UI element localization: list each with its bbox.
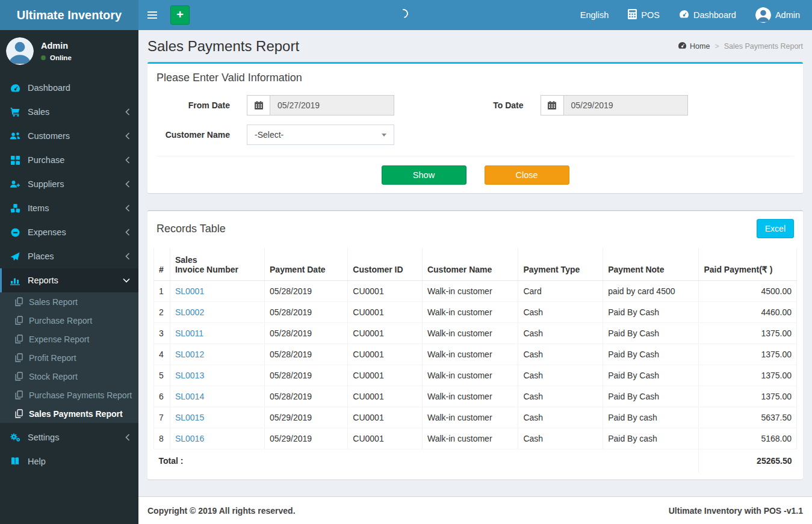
- col-header-customer-id[interactable]: Customer ID: [348, 248, 423, 281]
- sidebar-item-sales[interactable]: Sales: [0, 100, 138, 124]
- from-date-label: From Date: [157, 100, 247, 110]
- to-date-input[interactable]: [563, 95, 688, 116]
- user-status[interactable]: Online: [41, 54, 72, 61]
- calendar-icon[interactable]: [247, 95, 270, 116]
- grid-icon: [9, 156, 21, 165]
- from-date-input[interactable]: [270, 95, 394, 116]
- sidebar-item-purchase[interactable]: Purchase: [0, 148, 138, 172]
- table-cell: Card: [518, 281, 603, 302]
- submenu-item-profit-report[interactable]: Profit Report: [0, 348, 138, 367]
- col-header-payment-note[interactable]: Payment Note: [603, 248, 699, 281]
- col-header-payment-type[interactable]: Payment Type: [518, 248, 603, 281]
- table-cell: CU0001: [348, 323, 423, 344]
- to-date-group: [541, 95, 688, 116]
- sidebar-item-suppliers[interactable]: Suppliers: [0, 172, 138, 196]
- chevron-left-icon: [125, 253, 130, 260]
- col-header-customer-name[interactable]: Customer Name: [422, 248, 518, 281]
- language-menu[interactable]: English: [580, 10, 609, 20]
- sidebar-menu: Dashboard Sales Customers Pur: [0, 76, 138, 292]
- table-cell: Cash: [518, 407, 603, 428]
- table-cell: Cash: [518, 365, 603, 386]
- submenu-item-sales-payments-report[interactable]: Sales Payments Report: [0, 404, 138, 423]
- close-button[interactable]: Close: [485, 165, 569, 185]
- app-logo[interactable]: Ultimate Inventory: [0, 0, 138, 30]
- col-header-index[interactable]: #: [154, 248, 170, 281]
- customer-name-label: Customer Name: [157, 130, 247, 140]
- invoice-link[interactable]: SL0001: [175, 286, 204, 296]
- sidebar-item-reports[interactable]: Reports: [0, 268, 138, 292]
- table-cell: CU0001: [348, 386, 423, 407]
- invoice-link[interactable]: SL0014: [175, 392, 204, 401]
- table-cell: Walk-in customer: [422, 407, 518, 428]
- excel-export-button[interactable]: Excel: [757, 219, 794, 238]
- table-cell: SL0014: [170, 386, 264, 407]
- submenu-item-sales-report[interactable]: Sales Report: [0, 292, 138, 311]
- records-table: # Sales Invoice Number Payment Date Cust…: [153, 248, 797, 472]
- sidebar-item-places[interactable]: Places: [0, 244, 138, 268]
- col-header-paid-payment[interactable]: Paid Payment(₹ ): [699, 248, 797, 281]
- book-icon: [9, 457, 21, 466]
- invoice-link[interactable]: SL0013: [175, 371, 204, 380]
- table-cell: Paid By cash: [603, 428, 699, 449]
- chevron-left-icon: [125, 434, 130, 441]
- table-cell: SL0002: [170, 302, 264, 323]
- sidebar-item-dashboard[interactable]: Dashboard: [0, 76, 138, 100]
- copy-icon: [14, 297, 23, 306]
- table-cell: Walk-in customer: [422, 386, 518, 407]
- copy-icon: [14, 353, 23, 362]
- sidebar-item-label: Places: [28, 251, 54, 261]
- table-cell: Cash: [518, 302, 603, 323]
- sidebar-item-label: Items: [28, 203, 49, 213]
- submenu-item-purchase-report[interactable]: Purchase Report: [0, 311, 138, 330]
- table-cell: 05/29/2019: [265, 407, 348, 428]
- pos-link[interactable]: POS: [628, 9, 660, 21]
- col-header-invoice[interactable]: Sales Invoice Number: [170, 248, 264, 281]
- sidebar-item-label: Sales: [28, 107, 49, 117]
- table-total-row: Total : 25265.50: [154, 449, 797, 473]
- copy-icon: [14, 409, 23, 418]
- breadcrumb-home[interactable]: Home: [678, 42, 710, 51]
- customer-select-value: -Select-: [255, 130, 284, 140]
- filter-panel: Please Enter Valid Information From Date: [147, 62, 803, 193]
- hamburger-icon[interactable]: [138, 0, 166, 30]
- table-cell: 05/28/2019: [265, 365, 348, 386]
- submenu-item-purchase-payments-report[interactable]: Purchase Payments Report: [0, 386, 138, 404]
- col-header-payment-date[interactable]: Payment Date: [265, 248, 348, 281]
- submenu-item-stock-report[interactable]: Stock Report: [0, 367, 138, 386]
- sidebar-item-help[interactable]: Help: [0, 449, 138, 473]
- sidebar-item-settings[interactable]: Settings: [0, 425, 138, 449]
- calendar-icon[interactable]: [541, 95, 563, 116]
- table-cell: 5168.00: [699, 428, 797, 449]
- sidebar-item-items[interactable]: Items: [0, 196, 138, 220]
- page-title: Sales Payments Report: [147, 38, 299, 55]
- invoice-link[interactable]: SL0002: [175, 307, 204, 317]
- sidebar-item-customers[interactable]: Customers: [0, 124, 138, 148]
- paper-plane-icon: [9, 252, 21, 261]
- breadcrumb-current: Sales Payments Report: [724, 42, 803, 51]
- show-button[interactable]: Show: [382, 165, 466, 185]
- submenu-item-expense-report[interactable]: Expense Report: [0, 330, 138, 348]
- table-cell: Paid By Cash: [603, 386, 699, 407]
- sidebar-item-label: Reports: [28, 276, 58, 285]
- sidebar-item-expenses[interactable]: Expenses: [0, 220, 138, 244]
- quick-add-button[interactable]: +: [170, 5, 190, 25]
- invoice-link[interactable]: SL0016: [175, 434, 204, 443]
- table-cell: 8: [154, 428, 170, 449]
- table-cell: 3: [154, 323, 170, 344]
- customer-select[interactable]: -Select-: [247, 125, 394, 145]
- table-cell: Cash: [518, 344, 603, 365]
- invoice-link[interactable]: SL0012: [175, 350, 204, 359]
- table-header-row: # Sales Invoice Number Payment Date Cust…: [154, 248, 797, 281]
- table-cell: Walk-in customer: [422, 365, 518, 386]
- table-cell: Paid By Cash: [603, 302, 699, 323]
- dashboard-icon: [679, 10, 689, 20]
- loading-spinner-icon: [397, 7, 410, 20]
- user-menu[interactable]: Admin: [755, 7, 800, 23]
- table-row: 2 SL0002 05/28/2019 CU0001 Walk-in custo…: [154, 302, 797, 323]
- table-cell: 1375.00: [699, 365, 797, 386]
- invoice-link[interactable]: SL0011: [175, 328, 203, 338]
- dashboard-link[interactable]: Dashboard: [679, 10, 736, 20]
- main-content: Sales Payments Report Home > Sales Payme…: [138, 30, 812, 524]
- invoice-link[interactable]: SL0015: [175, 413, 204, 422]
- user-avatar: [6, 37, 34, 65]
